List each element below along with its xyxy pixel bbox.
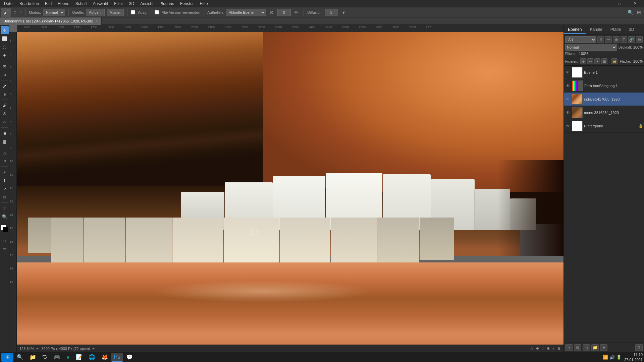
battery-icon[interactable]: 🔋	[616, 355, 622, 360]
modus-select[interactable]: Normal	[43, 9, 65, 16]
color-pair[interactable]	[1, 225, 9, 234]
layer-eye-hue[interactable]: 👁	[565, 83, 571, 88]
taskbar-search[interactable]: 🔍	[14, 353, 26, 362]
new-group-button[interactable]: 📁	[591, 344, 599, 351]
menu-filter[interactable]: Filter	[111, 1, 126, 7]
lock-all-btn[interactable]: 🔒	[611, 58, 618, 64]
taskbar-browser[interactable]: 🌐	[86, 353, 98, 362]
slice-tool[interactable]: ⊘	[1, 71, 9, 79]
zoom-tool[interactable]: 🔍	[1, 213, 9, 221]
menu-ebene[interactable]: Ebene	[55, 1, 72, 7]
layer-eye-hintergrund[interactable]: 👁	[565, 123, 571, 129]
layer-eye-indian[interactable]: 👁	[565, 97, 571, 102]
gradient-tool[interactable]: ▓	[1, 137, 9, 145]
diffusion-dropdown[interactable]: ▾	[340, 9, 347, 16]
add-mask-button[interactable]: □	[583, 344, 590, 351]
tab-3d[interactable]: 3D	[625, 26, 638, 34]
close-button[interactable]: ✕	[627, 0, 643, 7]
taskbar-photoshop[interactable]: Ps	[111, 353, 123, 362]
lock-pixels-btn[interactable]: ✏	[587, 58, 593, 64]
menu-auswahl[interactable]: Auswahl	[90, 1, 111, 7]
marquee-tool[interactable]: ⬜	[1, 35, 9, 43]
aufgen-button[interactable]: Aufgen.	[86, 9, 105, 16]
layer-eye-mens[interactable]: 👁	[565, 110, 571, 115]
pen-pressure-icon[interactable]: ✏	[293, 9, 300, 16]
blur-tool[interactable]: △	[1, 148, 9, 157]
ausg-checkbox[interactable]	[131, 10, 135, 14]
taskbar-file-explorer[interactable]: 📁	[27, 353, 39, 362]
type-tool[interactable]: T	[1, 176, 9, 184]
canvas-image[interactable]	[17, 32, 564, 352]
layer-item-mens[interactable]: 👁 mens-3816234_1920	[564, 106, 644, 119]
layer-eye-ebene1[interactable]: 👁	[565, 70, 571, 75]
menu-bild[interactable]: Bild	[42, 1, 54, 7]
layer-new-icon[interactable]: ✏	[605, 36, 612, 43]
blend-mode-select[interactable]: Normal	[565, 44, 617, 51]
layer-item-hintergrund[interactable]: 👁 Hintergrund 🔒	[564, 119, 644, 133]
layer-mask-icon[interactable]: T	[621, 36, 627, 43]
minimize-button[interactable]: −	[596, 0, 612, 7]
menu-schrift[interactable]: Schrift	[73, 1, 90, 7]
menu-datei[interactable]: Datei	[1, 1, 16, 7]
new-fill-adj-button[interactable]: ⊙	[574, 344, 581, 351]
sample-icon[interactable]: ⊙	[268, 9, 275, 16]
taskbar-sticky[interactable]: 📝	[73, 353, 85, 362]
brush-tool[interactable]: 🖌	[1, 101, 9, 109]
volume-icon[interactable]: 🔊	[609, 355, 615, 360]
eraser-tool[interactable]: ◼	[1, 129, 9, 137]
menu-plugins[interactable]: Plug-ins	[157, 1, 177, 7]
hand-tool[interactable]: ☞	[1, 204, 9, 212]
aufhellen-select[interactable]: Aktuelle Ebene	[226, 9, 266, 16]
tab-pfade[interactable]: Pfade	[606, 26, 625, 34]
alte-version-checkbox[interactable]	[155, 10, 159, 14]
maximize-button[interactable]: □	[612, 0, 627, 7]
magic-wand-tool[interactable]: ✦	[1, 51, 9, 59]
tab-ebenen[interactable]: Ebenen	[564, 26, 586, 34]
search-icon[interactable]: 🔍	[627, 9, 634, 16]
current-tool-icon[interactable]: 🖌	[1, 8, 11, 17]
canvas-area[interactable]: 1550 1600 1650 1700 1750 1800 1850 1900 …	[9, 25, 564, 352]
eyedropper-tool[interactable]: 💉	[1, 82, 9, 90]
pen-tool[interactable]: ✒	[1, 168, 9, 176]
lock-transparent-btn[interactable]: ⊘	[580, 58, 586, 64]
start-button[interactable]: ⊞	[1, 353, 13, 362]
tab-kanaele[interactable]: Kanäle	[586, 26, 606, 34]
layer-item-indian[interactable]: 👁 indian-1417065_1920	[564, 93, 644, 106]
menu-fenster[interactable]: Fenster	[177, 1, 197, 7]
network-icon[interactable]: 📶	[603, 355, 608, 360]
clone-stamp-tool[interactable]: S	[1, 110, 9, 118]
menu-bearbeiten[interactable]: Bearbeiten	[17, 1, 42, 7]
layer-filter-icon[interactable]: ⊟	[597, 36, 604, 43]
move-tool[interactable]: ✛	[1, 26, 9, 34]
lock-position-btn[interactable]: +	[594, 58, 600, 64]
healing-brush-tool[interactable]: ⊕	[1, 90, 9, 98]
lock-artboard-btn[interactable]: ⊞	[601, 58, 607, 64]
layer-item-hue[interactable]: 👁 Farb ton/Sättigung 1	[564, 79, 644, 93]
angle-input[interactable]	[277, 9, 291, 16]
layer-item-ebene1[interactable]: 👁 Ebene 1	[564, 66, 644, 79]
layer-adjust-icon[interactable]: ⊕	[613, 36, 620, 43]
tab-close-button[interactable]: ✕	[95, 19, 98, 23]
crop-tool[interactable]: ⊡	[1, 62, 9, 70]
taskbar-defender[interactable]: 🛡	[40, 353, 50, 362]
taskbar-firefox[interactable]: 🦊	[99, 353, 111, 362]
document-tab[interactable]: Unbenannt-1 bei 129% (indian-1417065_192…	[0, 17, 102, 25]
muster-button[interactable]: Muster	[107, 9, 124, 16]
fx-button[interactable]: fx	[565, 344, 573, 351]
history-brush-tool[interactable]: ⟳	[1, 118, 9, 126]
menu-ansicht[interactable]: Ansicht	[138, 1, 156, 7]
arrange-icon[interactable]: ⊞	[635, 9, 643, 16]
layer-link-icon[interactable]: 🔗	[628, 36, 635, 43]
layer-toggle-icon[interactable]: ⊙	[636, 36, 643, 43]
extra-tools[interactable]: •••	[1, 245, 9, 253]
shape-tool[interactable]: □	[1, 193, 9, 201]
path-selection-tool[interactable]: ↗	[1, 185, 9, 193]
taskbar-teams[interactable]: 💬	[123, 353, 136, 362]
taskbar-game[interactable]: 🎮	[51, 353, 63, 362]
clock[interactable]: 17:10 27.01.2021	[624, 352, 643, 362]
taskbar-xbox[interactable]: ●	[64, 353, 72, 362]
menu-hilfe[interactable]: Hilfe	[197, 1, 211, 7]
menu-3d[interactable]: 3D	[126, 1, 137, 7]
lasso-tool[interactable]: ◯	[1, 43, 9, 51]
diffusion-input[interactable]	[325, 9, 338, 16]
